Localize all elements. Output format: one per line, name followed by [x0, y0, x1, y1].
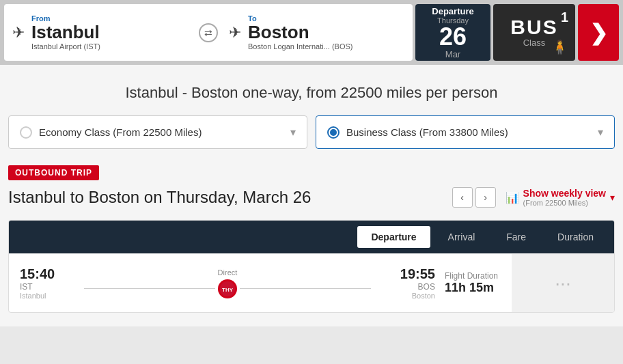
flight-arrive: 19:55 BOS Boston [380, 266, 435, 300]
economy-chevron-icon: ▾ [290, 126, 296, 139]
select-placeholder: ··· [555, 272, 570, 294]
arrive-time: 19:55 [400, 266, 435, 282]
cabin-block[interactable]: 1 BUS Class 🧍 [493, 4, 575, 61]
flight-depart: 15:40 IST Istanbul [20, 266, 74, 300]
economy-class-option[interactable]: Economy Class (From 22500 Miles) ▾ [8, 115, 307, 149]
cabin-class: Class [523, 38, 546, 48]
cabin-code: BUS [510, 17, 557, 38]
next-arrow-icon: ❯ [590, 20, 608, 46]
depart-time: 15:40 [20, 266, 74, 282]
prev-arrow-button[interactable]: ‹ [452, 187, 473, 208]
search-section: ✈ From Istanbul Istanbul Airport (IST) ⇄… [4, 4, 413, 61]
from-block: From Istanbul Istanbul Airport (IST) [31, 14, 188, 51]
business-label: Business Class (From 33800 Miles) [346, 126, 508, 138]
depart-city: Istanbul [20, 292, 74, 300]
business-chevron-icon: ▾ [598, 126, 603, 139]
trip-title: Istanbul to Boston on Thursday, March 26 [8, 188, 452, 207]
plane-icon: ✈ [12, 24, 25, 42]
departure-label: Departure [432, 6, 473, 16]
main-content: Istanbul - Boston one-way, from 22500 mi… [0, 65, 623, 326]
business-class-option[interactable]: Business Class (From 33800 Miles) ▾ [316, 115, 615, 149]
swap-icon[interactable]: ⇄ [195, 23, 222, 42]
tab-duration[interactable]: Duration [544, 226, 607, 248]
route-label: Direct [218, 268, 238, 277]
tab-fare[interactable]: Fare [493, 226, 540, 248]
next-arrow-button[interactable]: › [475, 187, 496, 208]
economy-radio[interactable] [20, 126, 32, 139]
business-radio[interactable] [327, 126, 340, 139]
next-button[interactable]: ❯ [578, 4, 619, 61]
chart-icon: 📊 [506, 191, 519, 204]
duration-value: 11h 15m [445, 281, 498, 295]
headline: Istanbul - Boston one-way, from 22500 mi… [8, 65, 615, 115]
tab-departure[interactable]: Departure [357, 226, 430, 248]
to-airport: Boston Logan Internati... (BOS) [248, 42, 404, 51]
to-block: To Boston Boston Logan Internati... (BOS… [248, 14, 404, 51]
airline-logo: THY [218, 279, 237, 298]
from-city: Istanbul [31, 23, 188, 42]
to-city: Boston [248, 23, 404, 42]
radio-dot [330, 129, 337, 136]
nav-arrows: ‹ › [452, 187, 496, 208]
departure-block[interactable]: Departure Thursday 26 Mar [415, 4, 490, 61]
economy-label: Economy Class (From 22500 Miles) [39, 126, 202, 138]
class-selectors: Economy Class (From 22500 Miles) ▾ Busin… [8, 115, 615, 149]
cabin-number: 1 [561, 10, 568, 25]
weekly-chevron-icon: ▾ [610, 192, 615, 203]
from-airport: Istanbul Airport (IST) [31, 42, 188, 51]
trip-header: Istanbul to Boston on Thursday, March 26… [8, 187, 615, 208]
swap-circle: ⇄ [199, 23, 218, 42]
flight-route: Direct THY [74, 268, 380, 298]
arrive-city: Boston [412, 292, 435, 300]
plane-to-icon: ✈ [229, 24, 241, 42]
flight-select-area[interactable]: ··· [512, 254, 614, 312]
flight-table: Departure Arrival Fare Duration 15:40 IS… [8, 220, 615, 313]
route-line-right [240, 288, 371, 289]
route-line: THY [84, 279, 371, 298]
person-icon: 🧍 [551, 39, 568, 55]
outbound-label: OUTBOUND TRIP [8, 165, 99, 180]
duration-label: Flight Duration [445, 271, 498, 281]
departure-month: Mar [445, 49, 460, 59]
weekly-view-label: Show weekly view [523, 188, 606, 199]
departure-date: 26 [439, 25, 467, 49]
flight-tabs: Departure Arrival Fare Duration [9, 221, 614, 253]
weekly-view-button[interactable]: 📊 Show weekly view (From 22500 Miles) ▾ [506, 188, 615, 207]
flight-row: 15:40 IST Istanbul Direct THY [9, 253, 614, 312]
route-line-left [84, 288, 215, 289]
flight-duration: Flight Duration 11h 15m [435, 271, 512, 295]
depart-code: IST [20, 282, 74, 292]
arrive-code: BOS [418, 282, 435, 292]
svg-text:THY: THY [222, 287, 234, 293]
top-bar: ✈ From Istanbul Istanbul Airport (IST) ⇄… [0, 0, 623, 65]
weekly-view-text-block: Show weekly view (From 22500 Miles) [523, 188, 606, 207]
tab-arrival[interactable]: Arrival [434, 226, 489, 248]
weekly-view-sub: (From 22500 Miles) [523, 199, 606, 207]
